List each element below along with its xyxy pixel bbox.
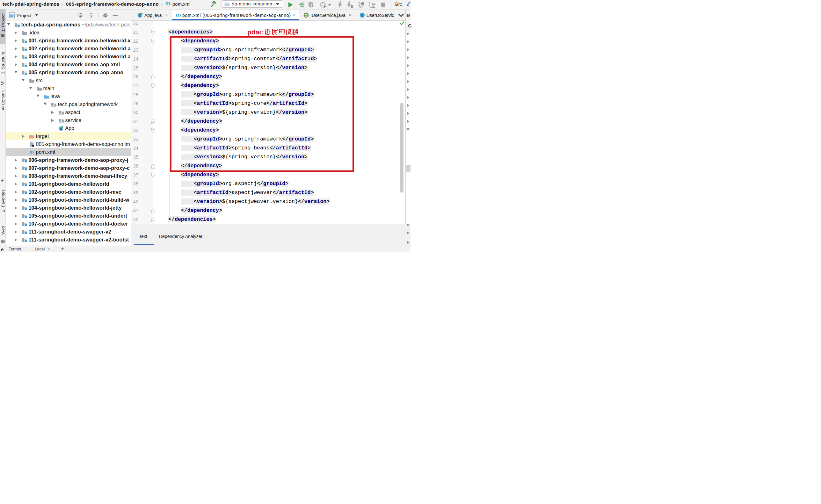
svg-text:I: I — [305, 14, 307, 18]
svg-text:m: m — [29, 150, 34, 155]
svg-text:C: C — [60, 127, 62, 131]
svg-text:C: C — [361, 14, 363, 18]
svg-text:C: C — [139, 14, 141, 18]
svg-text:m: m — [176, 12, 181, 18]
